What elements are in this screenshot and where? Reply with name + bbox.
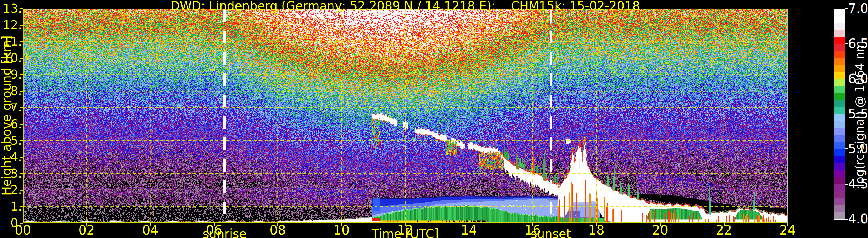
x-tick-label: 10 [334, 224, 350, 237]
x-tick-mark [277, 223, 278, 226]
y-tick-mark [20, 41, 23, 42]
y-tick-label: 6. [0, 118, 22, 130]
x-tick-label: 14 [461, 224, 477, 237]
colorbar-tick-mark [845, 78, 848, 79]
x-tick-label: 22 [716, 224, 732, 237]
y-tick-mark [20, 74, 23, 75]
y-tick-label: 0. [0, 217, 22, 229]
colorbar-tick-mark [845, 148, 848, 149]
y-tick-mark [20, 206, 23, 207]
x-tick-mark [150, 223, 151, 226]
y-tick-mark [20, 124, 23, 125]
y-tick-mark [20, 223, 23, 224]
x-tick-label: 20 [652, 224, 668, 237]
y-tick-label: 5. [0, 135, 22, 147]
y-tick-label: 10. [0, 52, 22, 64]
y-tick-label: 7. [0, 101, 22, 113]
colorbar-tick-mark [845, 8, 848, 9]
colorbar-label: log(rc-signal) @ 1064 nm [853, 41, 866, 187]
y-tick-mark [20, 173, 23, 174]
y-tick-label: 12. [0, 19, 22, 31]
y-tick-mark [20, 107, 23, 108]
x-tick-mark [724, 223, 724, 226]
x-tick-mark [341, 223, 342, 226]
colorbar-tick-mark [845, 184, 848, 184]
x-tick-label: 12 [397, 224, 413, 237]
y-tick-mark [20, 190, 23, 191]
x-tick-mark [469, 223, 469, 226]
y-tick-label: 2. [0, 184, 22, 196]
y-tick-label: 4. [0, 151, 22, 163]
y-tick-mark [20, 140, 23, 141]
page-title: DWD: Lindenberg (Germany; 52.2089 N / 14… [170, 0, 640, 12]
x-tick-mark [532, 223, 533, 226]
y-tick-mark [20, 91, 23, 92]
x-tick-label: 16 [525, 224, 541, 237]
y-tick-label: 9. [0, 68, 22, 80]
figure: DWD: Lindenberg (Germany; 52.2089 N / 14… [0, 0, 868, 238]
colorbar-tick-label: 7.0 [848, 2, 868, 15]
colorbar [834, 9, 845, 220]
y-tick-label: 1. [0, 200, 22, 212]
x-tick-mark [787, 223, 788, 226]
y-tick-mark [20, 25, 23, 26]
x-tick-label: 06 [206, 224, 222, 237]
colorbar-tick-label: 4.0 [848, 212, 868, 225]
x-tick-label: 02 [79, 224, 95, 237]
y-tick-mark [20, 8, 23, 9]
colorbar-tick-mark [845, 113, 848, 114]
y-tick-label: 3. [0, 168, 22, 180]
x-tick-label: 18 [588, 224, 604, 237]
y-tick-mark [20, 58, 23, 59]
heatmap-plot-canvas [23, 9, 787, 223]
x-tick-mark [86, 223, 87, 226]
x-tick-mark [214, 223, 215, 226]
x-tick-mark [660, 223, 661, 226]
x-tick-label: 04 [142, 224, 158, 237]
x-tick-mark [405, 223, 406, 226]
x-tick-mark [596, 223, 597, 226]
colorbar-tick-mark [845, 43, 848, 44]
y-tick-mark [20, 157, 23, 158]
y-tick-label: 8. [0, 85, 22, 97]
y-tick-label: 13. [0, 3, 22, 15]
colorbar-tick-mark [845, 219, 848, 219]
y-tick-label: 11. [0, 36, 22, 48]
x-tick-label: 08 [270, 224, 286, 237]
x-tick-label: 24 [779, 224, 796, 237]
